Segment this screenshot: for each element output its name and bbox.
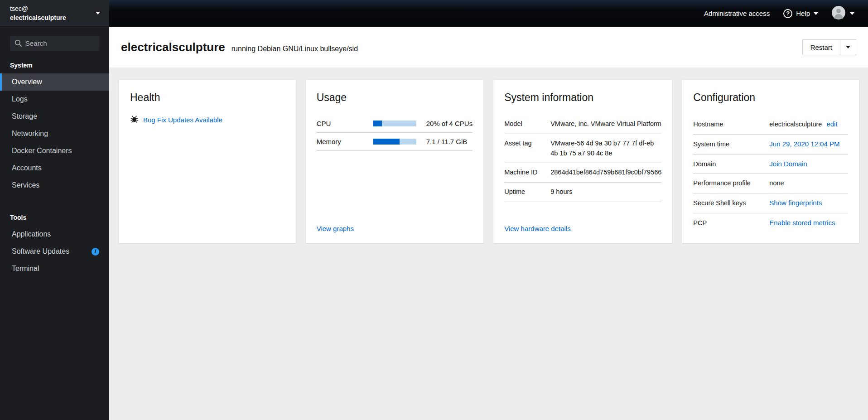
usage-card-title: Usage — [317, 92, 473, 104]
host-switcher-label: tsec@ electricalsculpture — [10, 4, 66, 23]
configuration-card: Configuration Hostname electricalsculptu… — [682, 80, 859, 243]
page-subtitle-os: running Debian GNU/Linux bullseye/sid — [231, 45, 358, 53]
cpu-label: CPU — [317, 120, 373, 127]
sidebar-item-services[interactable]: Services — [0, 177, 109, 194]
cpu-usage-value: 20% of 4 CPUs — [416, 120, 473, 127]
system-time-row: System time Jun 29, 2020 12:04 PM — [693, 135, 848, 154]
performance-profile-row: Performance profile none — [693, 174, 848, 193]
host-switcher[interactable]: tsec@ electricalsculpture — [0, 0, 109, 27]
sidebar-item-accounts[interactable]: Accounts — [0, 159, 109, 177]
sidebar-search — [10, 36, 99, 51]
model-value: VMware, Inc. VMware Virtual Platform — [550, 119, 661, 129]
chevron-down-icon — [850, 12, 854, 15]
usage-card: Usage CPU 20% of 4 CPUs Memory 7.1 / — [306, 80, 484, 243]
health-card: Health Bug Fi — [119, 80, 296, 243]
sidebar: tsec@ electricalsculpture System Overvie… — [0, 0, 109, 420]
join-domain-link[interactable]: Join Domain — [769, 159, 848, 169]
cpu-usage-row: CPU 20% of 4 CPUs — [317, 115, 473, 133]
nav-section-system: System — [0, 56, 109, 73]
sidebar-item-storage[interactable]: Storage — [0, 108, 109, 125]
sidebar-item-logs[interactable]: Logs — [0, 91, 109, 108]
overview-content: Health Bug Fi — [109, 68, 868, 420]
memory-progress-bar — [373, 139, 416, 145]
show-fingerprints-link[interactable]: Show fingerprints — [769, 198, 848, 208]
sidebar-item-applications[interactable]: Applications — [0, 226, 109, 243]
switcher-hostname: electricalsculpture — [10, 13, 66, 22]
restart-button[interactable]: Restart — [803, 40, 840, 55]
edit-hostname-link[interactable]: edit — [826, 120, 837, 128]
hostname-value: electricalsculpture edit — [769, 119, 848, 130]
page-header: electricalsculpture running Debian GNU/L… — [109, 27, 868, 68]
hostname-row: Hostname electricalsculpture edit — [693, 115, 848, 135]
sidebar-item-docker-containers[interactable]: Docker Containers — [0, 142, 109, 159]
sidebar-nav: System Overview Logs Storage Networking … — [0, 56, 109, 277]
bug-fix-updates-link[interactable]: Bug Fix Updates Available — [143, 116, 222, 124]
model-row: Model VMware, Inc. VMware Virtual Platfo… — [504, 115, 661, 134]
sidebar-item-overview[interactable]: Overview — [0, 73, 109, 91]
user-menu-button[interactable] — [826, 2, 860, 24]
system-time-link[interactable]: Jun 29, 2020 12:04 PM — [769, 139, 848, 150]
memory-usage-row: Memory 7.1 / 11.7 GiB — [317, 133, 473, 151]
health-update-item: Bug Fix Updates Available — [130, 115, 285, 125]
search-input[interactable] — [10, 36, 99, 51]
view-graphs-link[interactable]: View graphs — [317, 225, 354, 232]
switcher-user: tsec@ — [10, 5, 28, 12]
asset-tag-row: Asset tag VMware-56 4d 9a 30 b7 77 7f df… — [504, 134, 661, 164]
asset-tag-value: VMware-56 4d 9a 30 b7 77 7f df-eb 4b 1b … — [550, 139, 661, 159]
restart-dropdown-toggle[interactable] — [840, 40, 856, 55]
domain-row: Domain Join Domain — [693, 154, 848, 174]
administrative-access-button[interactable]: Administrative access — [699, 6, 775, 21]
enable-stored-metrics-link[interactable]: Enable stored metrics — [769, 218, 848, 228]
machine-id-value: 2864d41bef864d759b681f9c0bf79566 — [550, 168, 661, 178]
avatar — [832, 6, 845, 21]
help-icon: ? — [783, 9, 792, 18]
health-card-title: Health — [130, 92, 285, 104]
restart-split-button: Restart — [802, 39, 856, 55]
system-information-title: System information — [504, 92, 661, 104]
uptime-row: Uptime 9 hours — [504, 183, 661, 202]
nav-section-tools: Tools — [0, 208, 109, 226]
memory-label: Memory — [317, 138, 373, 145]
memory-usage-value: 7.1 / 11.7 GiB — [416, 138, 473, 145]
chevron-down-icon — [96, 12, 100, 14]
uptime-value: 9 hours — [550, 187, 661, 197]
masthead: Administrative access ? Help — [109, 0, 868, 27]
pcp-row: PCP Enable stored metrics — [693, 213, 848, 233]
bug-icon — [130, 115, 139, 125]
configuration-title: Configuration — [693, 92, 848, 104]
page-title-hostname: electricalsculpture — [121, 40, 225, 54]
cpu-progress-bar — [373, 121, 416, 126]
sidebar-item-software-updates[interactable]: Software Updates i — [0, 243, 109, 260]
cockpit-app: tsec@ electricalsculpture System Overvie… — [0, 0, 868, 420]
info-circle-icon: i — [92, 248, 99, 256]
machine-id-row: Machine ID 2864d41bef864d759b681f9c0bf79… — [504, 163, 661, 183]
main-area: Administrative access ? Help — [109, 0, 868, 420]
performance-profile-value: none — [769, 179, 848, 188]
chevron-down-icon — [846, 46, 850, 48]
chevron-down-icon — [814, 12, 818, 15]
sidebar-item-terminal[interactable]: Terminal — [0, 260, 109, 277]
system-information-card: System information Model VMware, Inc. VM… — [493, 80, 672, 243]
secure-shell-keys-row: Secure Shell keys Show fingerprints — [693, 193, 848, 213]
help-menu-button[interactable]: ? Help — [778, 5, 824, 22]
view-hardware-details-link[interactable]: View hardware details — [504, 225, 570, 232]
sidebar-item-networking[interactable]: Networking — [0, 125, 109, 142]
